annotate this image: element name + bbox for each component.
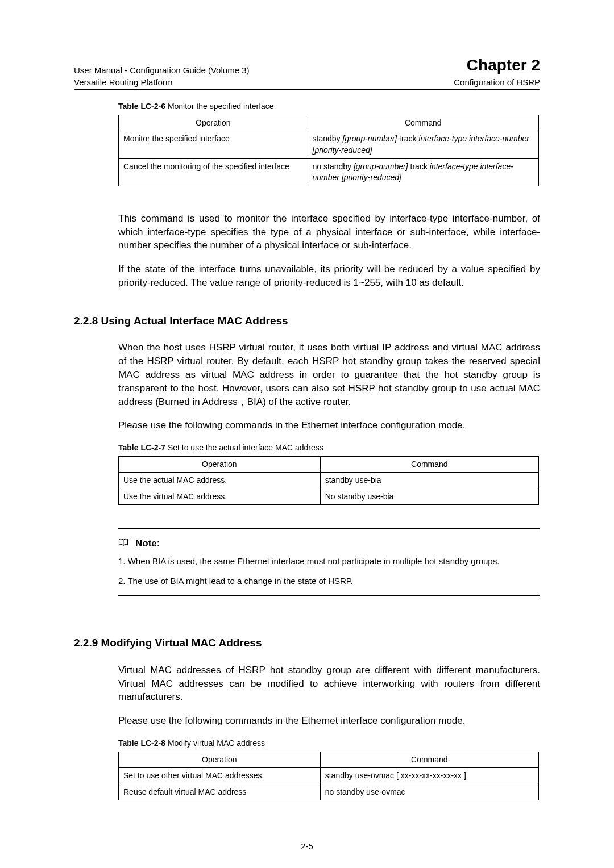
- table-lc-2-6: Operation Command Monitor the specified …: [118, 115, 539, 186]
- section-heading-2-2-9: 2.2.9 Modifying Virtual MAC Address: [74, 636, 540, 651]
- note-bottom-rule: [118, 595, 540, 596]
- table-header-command: Command: [308, 115, 538, 131]
- cmd-arg: interface-type interface-number: [418, 134, 529, 143]
- cell-operation: Use the virtual MAC address.: [119, 489, 321, 505]
- header-right-line2: Configuration of HSRP: [454, 76, 540, 88]
- cell-operation: Reuse default virtual MAC address: [119, 784, 321, 800]
- note-line: 2. The use of BIA might lead to a change…: [118, 575, 540, 587]
- page-number: 2-5: [74, 840, 540, 852]
- table-lc-2-7: Operation Command Use the actual MAC add…: [118, 456, 539, 506]
- cell-command: standby [group-number] track interface-t…: [308, 131, 538, 158]
- cmd-text: standby: [313, 134, 343, 143]
- table-lc-2-8-caption: Table LC-2-8 Modify virtual MAC address: [118, 738, 540, 749]
- note-block: Note: 1. When BIA is used, the same Ethe…: [118, 528, 540, 596]
- note-title-text: Note:: [135, 537, 160, 550]
- table-header-command: Command: [320, 752, 538, 768]
- table-caption-prefix: Table LC-2-7: [118, 443, 165, 452]
- paragraph: Virtual MAC addresses of HSRP hot standb…: [118, 663, 540, 704]
- table-header-command: Command: [320, 456, 538, 473]
- cell-operation: Monitor the specified interface: [119, 131, 308, 158]
- table-header-operation: Operation: [119, 115, 308, 131]
- cell-operation: Set to use other virtual MAC addresses.: [119, 768, 321, 784]
- header-left-line1: User Manual - Configuration Guide (Volum…: [74, 64, 249, 76]
- table-header-operation: Operation: [119, 456, 321, 473]
- note-top-rule: [118, 528, 540, 529]
- note-line: 1. When BIA is used, the same Ethernet i…: [118, 555, 540, 567]
- table-header-operation: Operation: [119, 752, 321, 768]
- cell-command: standby use-bia: [320, 473, 538, 489]
- cell-command: no standby [group-number] track interfac…: [308, 158, 538, 186]
- header-right-line1: Chapter 2: [467, 54, 540, 76]
- cell-command: no standby use-ovmac: [320, 784, 538, 800]
- paragraph: This command is used to monitor the inte…: [118, 212, 540, 252]
- table-caption-prefix: Table LC-2-8: [118, 738, 165, 748]
- cell-command: standby use-ovmac [ xx-xx-xx-xx-xx-xx ]: [320, 768, 538, 784]
- table-caption-text: Monitor the specified interface: [168, 102, 274, 111]
- cmd-arg: [priority-reduced]: [313, 145, 372, 155]
- book-icon: [118, 537, 128, 550]
- table-lc-2-7-caption: Table LC-2-7 Set to use the actual inter…: [118, 443, 540, 454]
- cmd-text: no standby: [313, 162, 354, 171]
- table-row: Use the actual MAC address. standby use-…: [119, 473, 539, 489]
- cmd-text: track: [410, 162, 430, 171]
- note-title: Note:: [118, 537, 540, 550]
- paragraph: If the state of the interface turns unav…: [118, 262, 540, 290]
- table-lc-2-8: Operation Command Set to use other virtu…: [118, 752, 539, 801]
- section-heading-2-2-8: 2.2.8 Using Actual Interface MAC Address: [74, 314, 540, 329]
- table-row: Use the virtual MAC address. No standby …: [119, 489, 539, 505]
- table-row: Cancel the monitoring of the specified i…: [119, 158, 539, 186]
- paragraph: Please use the following commands in the…: [118, 714, 540, 728]
- cmd-arg: [group-number]: [354, 162, 410, 171]
- cmd-text: track: [399, 134, 418, 143]
- table-row: Monitor the specified interface standby …: [119, 131, 539, 158]
- cmd-arg: [group-number]: [342, 134, 399, 143]
- table-row: Set to use other virtual MAC addresses. …: [119, 768, 539, 784]
- cell-operation: Cancel the monitoring of the specified i…: [119, 158, 308, 186]
- table-lc-2-6-caption: Table LC-2-6 Monitor the specified inter…: [118, 101, 540, 112]
- paragraph: Please use the following commands in the…: [118, 419, 540, 432]
- header-left-line2: Versatile Routing Platform: [74, 76, 172, 88]
- table-caption-prefix: Table LC-2-6: [118, 102, 165, 111]
- table-row: Reuse default virtual MAC address no sta…: [119, 784, 539, 800]
- cmd-arg: [priority-reduced]: [342, 173, 401, 182]
- cell-operation: Use the actual MAC address.: [119, 473, 321, 489]
- cell-command: No standby use-bia: [320, 489, 538, 505]
- table-caption-text: Set to use the actual interface MAC addr…: [168, 443, 323, 452]
- paragraph: When the host uses HSRP virtual router, …: [118, 341, 540, 408]
- table-caption-text: Modify virtual MAC address: [168, 738, 265, 748]
- page-header: User Manual - Configuration Guide (Volum…: [74, 54, 540, 90]
